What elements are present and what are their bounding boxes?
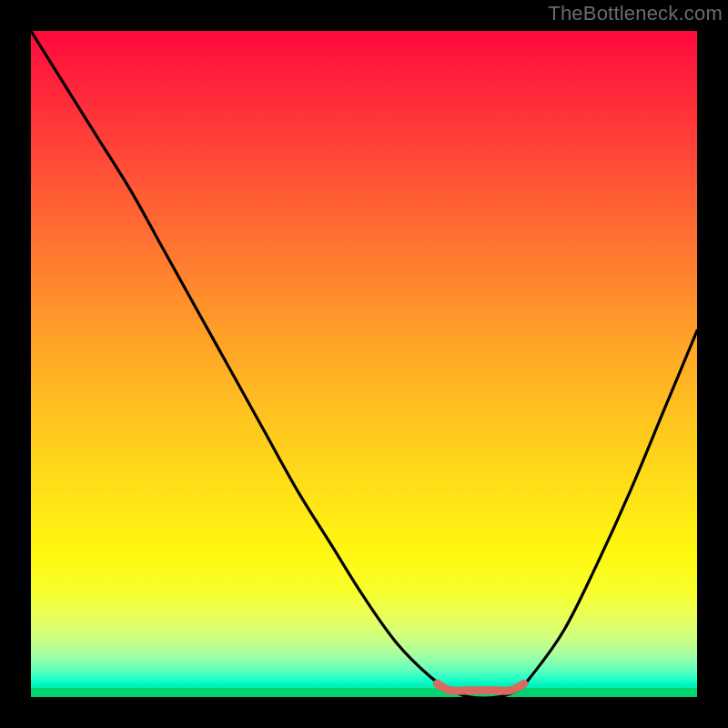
chart-svg (31, 31, 697, 697)
chart-frame (20, 20, 708, 708)
optimal-flat-segment (438, 683, 524, 691)
bottleneck-curve (31, 31, 697, 697)
plot-background-gradient (31, 31, 697, 697)
